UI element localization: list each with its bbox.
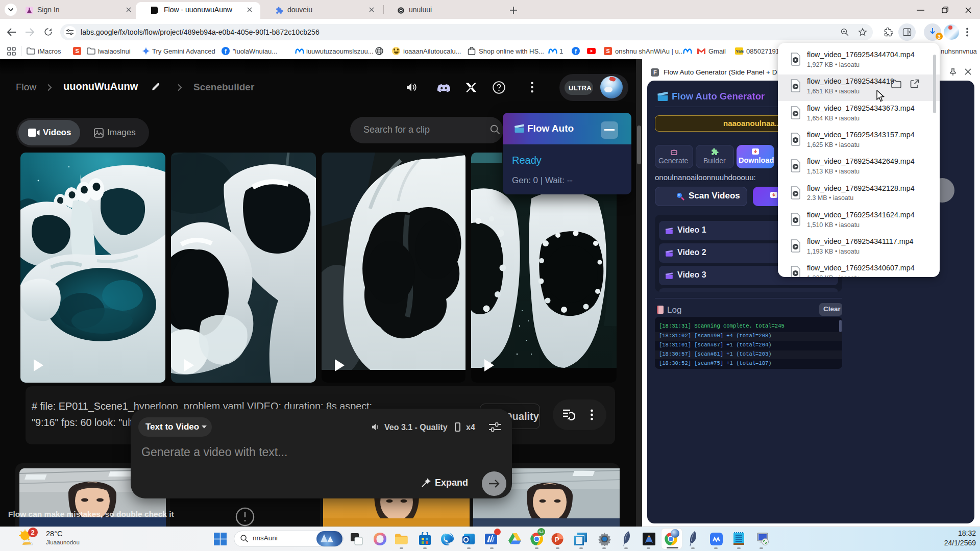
svg-text:P: P bbox=[555, 536, 559, 543]
